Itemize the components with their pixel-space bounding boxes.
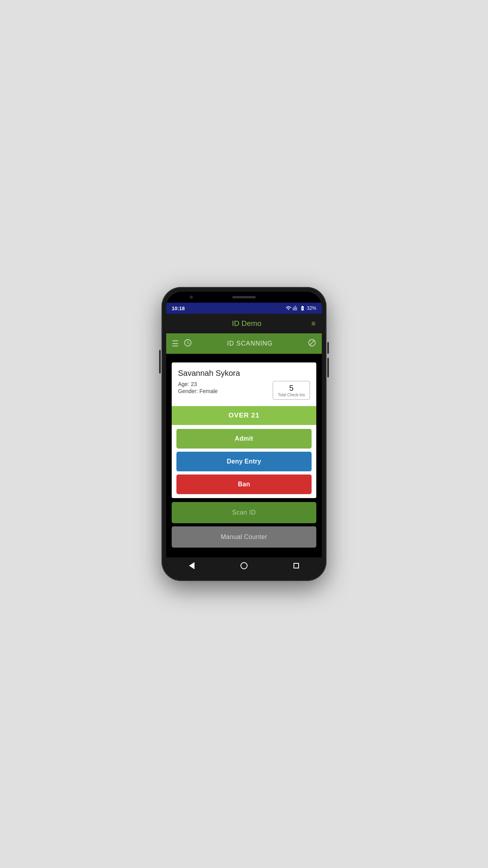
phone-screen: 10:18 32% ID Demo ≡ ☰ [166,292,322,576]
list-icon[interactable]: ☰ [172,339,179,348]
status-icons: 32% [286,305,316,311]
card-header: Savannah Sykora Age: 23 Gender: Female 5… [172,362,316,403]
menu-icon[interactable]: ≡ [311,320,316,327]
deny-entry-button[interactable]: Deny Entry [176,452,312,471]
checkins-label: Total Check-Ins [278,393,305,397]
bottom-nav [166,557,322,576]
home-icon [240,562,248,569]
home-button[interactable] [237,559,251,572]
person-age: Age: 23 [178,381,218,387]
app-bar: ID Demo ≡ [166,314,322,333]
checkins-count: 5 [278,384,305,393]
toolbar-title: ID SCANNING [197,340,303,347]
person-gender: Gender: Female [178,388,218,394]
age-status-text: OVER 21 [229,412,260,419]
phone-top-hardware [166,292,322,303]
toolbar: ☰ ID SCANNING [166,333,322,354]
back-icon [189,562,194,569]
power-button[interactable] [159,350,161,373]
battery-percentage: 32% [307,305,316,311]
black-gap [166,354,322,362]
status-bar: 10:18 32% [166,303,322,314]
person-name: Savannah Sykora [178,369,310,378]
recents-icon [294,563,299,568]
manual-counter-button[interactable]: Manual Counter [172,526,316,548]
person-card: Savannah Sykora Age: 23 Gender: Female 5… [172,362,316,498]
wifi-icon [286,305,291,311]
person-details-row: Age: 23 Gender: Female 5 Total Check-Ins [178,381,310,400]
signal-icon [293,305,298,311]
scan-id-button[interactable]: Scan ID [172,502,316,523]
phone-frame: 10:18 32% ID Demo ≡ ☰ [161,287,327,581]
volume-up-button[interactable] [327,342,329,354]
app-title: ID Demo [182,319,311,328]
camera-dot [190,296,193,299]
back-button[interactable] [186,559,198,572]
battery-charging-icon [300,305,305,311]
content-area: Savannah Sykora Age: 23 Gender: Female 5… [166,362,322,557]
admit-button[interactable]: Admit [176,429,312,449]
person-info: Age: 23 Gender: Female [178,381,218,394]
volume-down-button[interactable] [327,358,329,377]
block-icon[interactable] [308,338,316,349]
card-actions: Admit Deny Entry Ban [172,425,316,498]
status-time: 10:18 [172,305,185,311]
checkins-badge: 5 Total Check-Ins [273,381,310,400]
bottom-buttons: Scan ID Manual Counter [172,502,316,548]
recents-button[interactable] [290,560,302,572]
ban-button[interactable]: Ban [176,474,312,494]
timer-icon[interactable] [183,338,192,349]
age-banner: OVER 21 [172,406,316,425]
speaker-grille [232,296,256,298]
